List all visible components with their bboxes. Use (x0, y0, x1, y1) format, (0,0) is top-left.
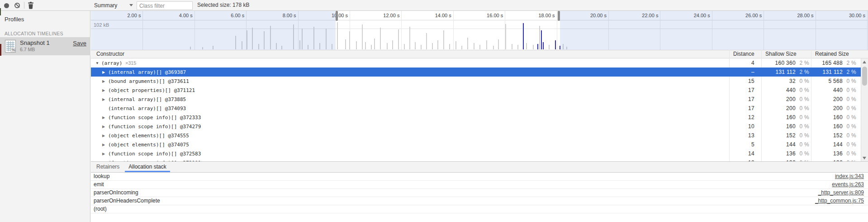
tab-retainers[interactable]: Retainers (92, 162, 124, 172)
allocation-bar (498, 39, 499, 49)
allocation-bar (543, 42, 544, 49)
shallow-pct-cell: 0 % (796, 113, 809, 122)
shallow-size-cell: 200 (761, 95, 796, 104)
allocation-bar (387, 43, 388, 49)
column-header-shallow-size[interactable]: Shallow Size (761, 50, 811, 58)
column-header-constructor[interactable]: Constructor (91, 50, 729, 58)
constructor-name: (array) (101, 60, 122, 66)
constructor-name: (object properties)[] @371121 (108, 87, 195, 93)
allocation-bar (523, 23, 524, 49)
allocation-bar (467, 38, 468, 49)
instance-count: ×315 (125, 60, 136, 66)
stack-frame-row: emitevents.js:263 (91, 181, 868, 189)
constructor-name: (function scope info)[] @372333 (108, 115, 201, 121)
allocation-bar (455, 41, 456, 49)
shallow-size-cell: 160 (761, 113, 796, 122)
unselected-region-left (91, 11, 336, 50)
grid-scrollbar[interactable] (861, 58, 868, 162)
tab-allocation-stack[interactable]: Allocation stack (124, 162, 171, 172)
constructor-cell: (object properties)[] @371121 (91, 86, 740, 95)
table-row[interactable]: (function scope info)[] @372583141360 %1… (91, 149, 861, 158)
stack-frame-name: parserOnIncoming (94, 189, 138, 196)
allocation-bar (539, 26, 540, 49)
scrollbar-thumb[interactable] (862, 67, 867, 86)
save-link[interactable]: Save (73, 40, 86, 47)
column-header-retained-size[interactable]: Retained Size (811, 50, 861, 58)
selection-handle-right[interactable] (558, 11, 560, 21)
shallow-pct-cell: 0 % (796, 122, 809, 131)
expander-icon[interactable] (102, 150, 108, 158)
distance-cell: 5 (729, 140, 754, 149)
allocation-bar (409, 27, 410, 49)
clear-icon[interactable] (14, 3, 20, 8)
allocation-bar (365, 42, 366, 49)
shallow-pct-cell: 0 % (796, 95, 809, 104)
table-row[interactable]: (bound arguments)[] @37361115320 %5 5680… (91, 77, 861, 86)
source-link[interactable]: _http_common.js:75 (815, 197, 864, 205)
allocation-bar (362, 24, 363, 49)
allocation-bar (392, 40, 393, 49)
table-row[interactable]: (internal array)[] @369387–131 1122 %131… (91, 68, 861, 77)
table-row[interactable]: (function scope info)[] @372333121600 %1… (91, 113, 861, 122)
stack-frame-row: parserOnHeadersComplete_http_common.js:7… (91, 197, 868, 205)
source-link[interactable]: index.js:343 (835, 173, 864, 180)
retained-size-cell: 160 (811, 122, 843, 131)
constructor-cell: (function scope info)[] @372583 (91, 149, 740, 158)
shallow-size-cell: 32 (761, 77, 796, 86)
scroll-up-icon[interactable] (863, 61, 866, 63)
selection-handle-left[interactable] (336, 11, 338, 21)
distance-cell: 14 (729, 149, 754, 158)
stack-frame-name: parserOnHeadersComplete (94, 198, 160, 204)
trash-icon[interactable] (28, 2, 34, 9)
expander-icon[interactable] (102, 140, 108, 149)
constructor-cell: (object elements)[] @374075 (91, 140, 740, 149)
expander-icon[interactable] (102, 86, 108, 95)
table-row[interactable]: (object elements)[] @37407551440 %1440 % (91, 140, 861, 149)
grid-header: Constructor Distance Shallow Size Retain… (91, 50, 868, 58)
expander-icon[interactable] (102, 122, 108, 131)
distance-cell: 15 (729, 77, 754, 86)
expander-icon[interactable] (102, 77, 108, 86)
retained-size-cell: 165 488 (811, 58, 843, 68)
expander-icon[interactable] (102, 113, 108, 122)
table-row[interactable]: (object properties)[] @371121174400 %440… (91, 86, 861, 95)
table-row[interactable]: (internal array)[] @374093172000 %2000 % (91, 104, 861, 113)
class-filter-input[interactable] (137, 1, 193, 10)
stack-frame-row: (root) (91, 205, 868, 213)
column-header-distance[interactable]: Distance (729, 50, 761, 58)
allocation-bar (549, 45, 550, 49)
constructor-cell: (internal array)[] @373885 (91, 95, 740, 104)
allocation-bar (517, 45, 518, 49)
perspective-select[interactable]: Summary (94, 0, 133, 10)
scroll-down-icon[interactable] (863, 157, 866, 159)
sidebar-item-snapshot[interactable]: % Snapshot 1 6.7 MB Save (0, 37, 90, 55)
expander-icon[interactable] (102, 68, 108, 77)
distance-cell: – (729, 68, 754, 77)
table-row[interactable]: (internal array)[] @373885172000 %2000 % (91, 95, 861, 104)
retained-size-cell: 200 (811, 95, 843, 104)
allocation-bar (443, 30, 444, 49)
stack-frame-name: emit (94, 181, 104, 188)
shallow-size-cell: 136 (761, 149, 796, 158)
snapshot-size: 6.7 MB (20, 47, 35, 52)
source-link[interactable]: _http_server.js:809 (818, 189, 864, 197)
shallow-pct-cell: 0 % (796, 77, 809, 86)
table-row[interactable]: (array)×3154160 3602 %165 4882 % (91, 58, 861, 68)
table-row[interactable]: (function scope info)[] @374279101600 %1… (91, 122, 861, 131)
expander-icon[interactable] (102, 131, 108, 140)
retained-pct-cell: 0 % (843, 140, 856, 149)
selected-size-label: Selected size: 178 kB (197, 0, 249, 10)
shallow-size-cell: 152 (761, 131, 796, 140)
stack-frame-row: lookupindex.js:343 (91, 173, 868, 181)
distance-cell: 4 (729, 58, 754, 68)
retained-size-cell: 200 (811, 104, 843, 113)
timeline-overview[interactable]: 102 kB 2.00 s4.00 s6.00 s8.00 s10.00 s12… (91, 11, 868, 50)
expander-icon[interactable] (95, 59, 101, 68)
table-row[interactable]: (object elements)[] @374555131520 %1520 … (91, 131, 861, 140)
record-icon[interactable] (4, 3, 9, 8)
allocation-bar (437, 40, 438, 49)
source-link[interactable]: events.js:263 (832, 181, 864, 188)
ruler-tick-label: 16.00 s (451, 13, 503, 18)
expander-icon[interactable] (102, 95, 108, 104)
chevron-down-icon (129, 4, 133, 6)
